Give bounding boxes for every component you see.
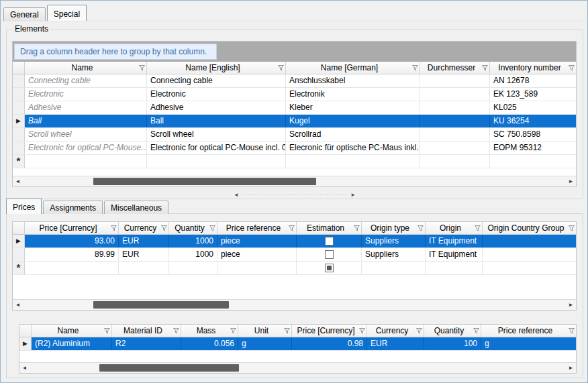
- scrollbar-track[interactable]: [23, 176, 566, 186]
- table-cell[interactable]: 89.99: [25, 248, 119, 261]
- table-cell[interactable]: KL025: [490, 101, 577, 114]
- tab-general[interactable]: General: [3, 7, 46, 21]
- table-cell[interactable]: [420, 101, 490, 114]
- tab-prices[interactable]: Prices: [6, 198, 42, 214]
- table-cell[interactable]: SC 750.8598: [490, 128, 577, 141]
- table-cell[interactable]: [286, 155, 420, 168]
- filter-funnel-icon[interactable]: [173, 328, 179, 334]
- table-row[interactable]: ElectronicElectronicElectronikEK 123_589: [13, 88, 576, 101]
- scrollbar-thumb[interactable]: [93, 301, 229, 309]
- column-header-price-reference[interactable]: Price reference: [481, 325, 577, 337]
- tab-assignments[interactable]: Assignments: [43, 201, 103, 214]
- table-cell[interactable]: Suppliers: [362, 248, 426, 261]
- filter-funnel-icon[interactable]: [354, 225, 360, 231]
- table-cell[interactable]: [169, 262, 217, 274]
- table-cell[interactable]: Suppliers: [362, 235, 426, 248]
- table-row[interactable]: *: [13, 155, 576, 168]
- table-row[interactable]: Scroll wheelScroll wheelScrollradSC 750.…: [13, 128, 576, 142]
- table-cell[interactable]: [297, 235, 362, 248]
- table-cell[interactable]: EUR: [367, 337, 424, 350]
- column-header-origin[interactable]: Origin: [426, 222, 483, 234]
- scrollbar-thumb[interactable]: [99, 364, 239, 372]
- table-cell[interactable]: [297, 248, 362, 261]
- table-row[interactable]: AdhesiveAdhesiveKleberKL025: [13, 101, 576, 115]
- table-cell[interactable]: [490, 155, 577, 168]
- column-header-inventory-number[interactable]: Inventory number: [490, 62, 577, 74]
- estimation-checkbox[interactable]: [325, 237, 334, 245]
- table-cell[interactable]: IT Equipment: [426, 235, 483, 248]
- table-cell[interactable]: [426, 262, 483, 274]
- table-row[interactable]: ▶93.00EUR1000pieceSuppliersIT Equipment: [13, 235, 576, 248]
- table-cell[interactable]: Electronic for optical PC-Mouse...: [25, 142, 147, 154]
- table-cell[interactable]: Electronic: [25, 88, 147, 101]
- filter-funnel-icon[interactable]: [278, 65, 284, 71]
- filter-funnel-icon[interactable]: [475, 225, 481, 231]
- table-cell[interactable]: Kugel: [286, 115, 420, 127]
- table-cell[interactable]: piece: [217, 248, 297, 261]
- scroll-left-arrow-icon[interactable]: ◄: [13, 176, 23, 186]
- table-cell[interactable]: [483, 235, 577, 248]
- table-row[interactable]: Connecting cableConnecting cableAnschlus…: [13, 74, 576, 88]
- table-cell[interactable]: [119, 262, 169, 274]
- table-cell[interactable]: [420, 74, 490, 87]
- filter-funnel-icon[interactable]: [230, 328, 236, 334]
- table-cell[interactable]: R2: [112, 337, 181, 350]
- tab-miscellaneous[interactable]: Miscellaneous: [104, 201, 168, 214]
- table-cell[interactable]: Electronic: [147, 88, 286, 101]
- table-cell[interactable]: g: [238, 337, 292, 350]
- table-cell[interactable]: Adhesive: [147, 101, 286, 114]
- table-cell[interactable]: g: [481, 337, 577, 350]
- table-cell[interactable]: Ball: [25, 115, 147, 127]
- table-cell[interactable]: [147, 155, 286, 168]
- table-cell[interactable]: Scroll wheel: [147, 128, 286, 141]
- table-cell[interactable]: Connecting cable: [147, 74, 286, 87]
- column-header-material-id[interactable]: Material ID: [112, 325, 181, 337]
- table-cell[interactable]: Scroll wheel: [25, 128, 147, 141]
- filter-funnel-icon[interactable]: [482, 65, 488, 71]
- table-cell[interactable]: Electronic for optical PC-Mouse incl. 0,…: [147, 142, 286, 154]
- table-cell[interactable]: [217, 262, 297, 274]
- table-cell[interactable]: [420, 155, 490, 168]
- table-cell[interactable]: [297, 262, 362, 274]
- table-cell[interactable]: Ball: [147, 115, 286, 127]
- table-cell[interactable]: [25, 262, 119, 274]
- table-cell[interactable]: Elecronic für optische PC-Maus inkl. 0,.…: [286, 142, 420, 154]
- table-cell[interactable]: EK 123_589: [490, 88, 577, 101]
- column-header-currency[interactable]: Currency: [119, 222, 169, 234]
- table-cell[interactable]: Anschlusskabel: [286, 74, 420, 87]
- filter-funnel-icon[interactable]: [473, 328, 479, 334]
- column-header-name[interactable]: Name: [32, 325, 112, 337]
- filter-funnel-icon[interactable]: [104, 328, 110, 334]
- scroll-left-arrow-icon[interactable]: ◄: [13, 300, 23, 310]
- scrollbar-track[interactable]: [23, 300, 566, 310]
- filter-funnel-icon[interactable]: [418, 225, 424, 231]
- table-cell[interactable]: [25, 155, 147, 168]
- table-cell[interactable]: [483, 248, 577, 261]
- table-cell[interactable]: Kleber: [286, 101, 420, 114]
- table-cell[interactable]: 0.056: [181, 337, 238, 350]
- table-row[interactable]: Electronic for optical PC-Mouse...Electr…: [13, 142, 576, 155]
- column-header-name-german[interactable]: Name [German]: [286, 62, 420, 74]
- column-header-quantity[interactable]: Quantity: [424, 325, 481, 337]
- column-header-estimation[interactable]: Estimation: [297, 222, 362, 234]
- table-cell[interactable]: AN 12678: [490, 74, 577, 87]
- table-row[interactable]: *: [13, 262, 576, 275]
- table-cell[interactable]: 0.98: [292, 337, 367, 350]
- table-cell[interactable]: Adhesive: [25, 101, 147, 114]
- filter-funnel-icon[interactable]: [569, 65, 575, 71]
- filter-funnel-icon[interactable]: [569, 328, 575, 334]
- table-cell[interactable]: EOPM 95312: [490, 142, 577, 154]
- table-cell[interactable]: [420, 88, 490, 101]
- tab-special[interactable]: Special: [47, 5, 87, 21]
- estimation-checkbox[interactable]: [325, 250, 334, 259]
- column-header-price-currency[interactable]: Price [Currency]: [292, 325, 367, 337]
- column-header-durchmesser[interactable]: Durchmesser: [420, 62, 490, 74]
- table-cell[interactable]: Scrollrad: [286, 128, 420, 141]
- scroll-right-arrow-icon[interactable]: ►: [566, 363, 576, 373]
- table-cell[interactable]: 93.00: [25, 235, 119, 248]
- splitter-right-arrow-icon[interactable]: ►: [350, 192, 356, 198]
- scroll-left-arrow-icon[interactable]: ◄: [19, 363, 30, 373]
- scroll-right-arrow-icon[interactable]: ►: [566, 300, 576, 310]
- table-cell[interactable]: EUR: [119, 235, 169, 248]
- scrollbar-track[interactable]: [30, 363, 566, 373]
